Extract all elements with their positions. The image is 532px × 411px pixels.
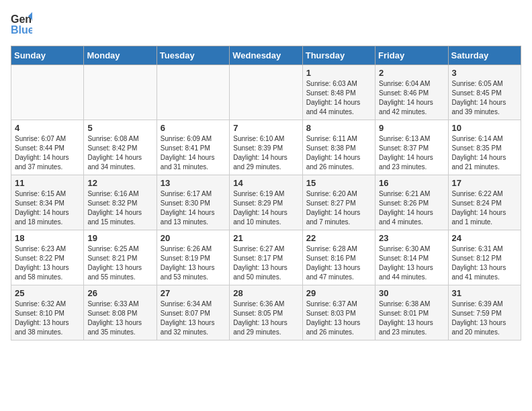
calendar-cell: 23Sunrise: 6:30 AM Sunset: 8:14 PM Dayli… — [375, 230, 448, 285]
day-header-thursday: Thursday — [302, 46, 375, 65]
day-info: Sunrise: 6:37 AM Sunset: 8:03 PM Dayligh… — [306, 300, 371, 337]
calendar-cell: 1Sunrise: 6:03 AM Sunset: 8:48 PM Daylig… — [302, 65, 375, 120]
day-info: Sunrise: 6:16 AM Sunset: 8:32 PM Dayligh… — [87, 189, 152, 227]
calendar-cell: 20Sunrise: 6:26 AM Sunset: 8:19 PM Dayli… — [157, 230, 229, 285]
day-number: 27 — [161, 288, 226, 298]
day-number: 21 — [233, 233, 298, 243]
day-number: 2 — [379, 68, 444, 78]
calendar-cell: 3Sunrise: 6:05 AM Sunset: 8:45 PM Daylig… — [448, 65, 521, 120]
calendar-cell — [84, 65, 157, 120]
day-number: 8 — [306, 123, 371, 133]
day-number: 16 — [379, 178, 444, 188]
day-info: Sunrise: 6:36 AM Sunset: 8:05 PM Dayligh… — [233, 300, 298, 337]
day-info: Sunrise: 6:11 AM Sunset: 8:38 PM Dayligh… — [306, 134, 371, 172]
calendar-cell: 30Sunrise: 6:38 AM Sunset: 8:01 PM Dayli… — [375, 285, 448, 340]
day-number: 12 — [87, 178, 152, 188]
day-info: Sunrise: 6:09 AM Sunset: 8:41 PM Dayligh… — [161, 134, 226, 172]
calendar-week-5: 25Sunrise: 6:32 AM Sunset: 8:10 PM Dayli… — [11, 285, 521, 340]
day-info: Sunrise: 6:04 AM Sunset: 8:46 PM Dayligh… — [379, 79, 444, 117]
calendar-cell: 12Sunrise: 6:16 AM Sunset: 8:32 PM Dayli… — [84, 175, 157, 230]
day-number: 1 — [306, 68, 371, 78]
day-number: 19 — [87, 233, 152, 243]
day-info: Sunrise: 6:05 AM Sunset: 8:45 PM Dayligh… — [452, 79, 517, 117]
day-number: 31 — [452, 288, 517, 298]
header: General Blue — [11, 11, 521, 40]
day-header-wednesday: Wednesday — [230, 46, 302, 65]
day-number: 7 — [233, 123, 298, 133]
calendar-cell: 29Sunrise: 6:37 AM Sunset: 8:03 PM Dayli… — [302, 285, 375, 340]
day-number: 9 — [379, 123, 444, 133]
day-info: Sunrise: 6:15 AM Sunset: 8:34 PM Dayligh… — [15, 189, 80, 227]
calendar-cell: 21Sunrise: 6:27 AM Sunset: 8:17 PM Dayli… — [230, 230, 302, 285]
day-number: 10 — [452, 123, 517, 133]
day-number: 15 — [306, 178, 371, 188]
day-info: Sunrise: 6:32 AM Sunset: 8:10 PM Dayligh… — [15, 300, 80, 337]
day-header-monday: Monday — [84, 46, 157, 65]
calendar-cell: 26Sunrise: 6:33 AM Sunset: 8:08 PM Dayli… — [84, 285, 157, 340]
calendar-cell: 24Sunrise: 6:31 AM Sunset: 8:12 PM Dayli… — [448, 230, 521, 285]
calendar-cell: 25Sunrise: 6:32 AM Sunset: 8:10 PM Dayli… — [11, 285, 84, 340]
day-info: Sunrise: 6:21 AM Sunset: 8:26 PM Dayligh… — [379, 189, 444, 227]
svg-text:Blue: Blue — [11, 24, 32, 36]
calendar-cell: 27Sunrise: 6:34 AM Sunset: 8:07 PM Dayli… — [157, 285, 229, 340]
day-header-sunday: Sunday — [11, 46, 84, 65]
day-header-tuesday: Tuesday — [157, 46, 229, 65]
logo: General Blue — [11, 11, 32, 40]
calendar-cell: 28Sunrise: 6:36 AM Sunset: 8:05 PM Dayli… — [230, 285, 302, 340]
day-info: Sunrise: 6:13 AM Sunset: 8:37 PM Dayligh… — [379, 134, 444, 172]
day-number: 14 — [233, 178, 298, 188]
day-info: Sunrise: 6:07 AM Sunset: 8:44 PM Dayligh… — [15, 134, 80, 172]
day-number: 6 — [161, 123, 226, 133]
calendar-cell: 7Sunrise: 6:10 AM Sunset: 8:39 PM Daylig… — [230, 120, 302, 175]
calendar-cell: 22Sunrise: 6:28 AM Sunset: 8:16 PM Dayli… — [302, 230, 375, 285]
calendar: SundayMondayTuesdayWednesdayThursdayFrid… — [11, 46, 521, 340]
day-info: Sunrise: 6:23 AM Sunset: 8:22 PM Dayligh… — [15, 244, 80, 282]
day-number: 18 — [15, 233, 80, 243]
calendar-cell: 17Sunrise: 6:22 AM Sunset: 8:24 PM Dayli… — [448, 175, 521, 230]
day-info: Sunrise: 6:34 AM Sunset: 8:07 PM Dayligh… — [161, 300, 226, 337]
calendar-week-3: 11Sunrise: 6:15 AM Sunset: 8:34 PM Dayli… — [11, 175, 521, 230]
calendar-week-1: 1Sunrise: 6:03 AM Sunset: 8:48 PM Daylig… — [11, 65, 521, 120]
day-number: 22 — [306, 233, 371, 243]
calendar-cell: 11Sunrise: 6:15 AM Sunset: 8:34 PM Dayli… — [11, 175, 84, 230]
calendar-cell: 31Sunrise: 6:39 AM Sunset: 7:59 PM Dayli… — [448, 285, 521, 340]
day-number: 13 — [161, 178, 226, 188]
calendar-cell: 14Sunrise: 6:19 AM Sunset: 8:29 PM Dayli… — [230, 175, 302, 230]
calendar-cell: 6Sunrise: 6:09 AM Sunset: 8:41 PM Daylig… — [157, 120, 229, 175]
calendar-cell: 4Sunrise: 6:07 AM Sunset: 8:44 PM Daylig… — [11, 120, 84, 175]
day-info: Sunrise: 6:03 AM Sunset: 8:48 PM Dayligh… — [306, 79, 371, 117]
calendar-week-4: 18Sunrise: 6:23 AM Sunset: 8:22 PM Dayli… — [11, 230, 521, 285]
day-number: 4 — [15, 123, 80, 133]
calendar-cell: 13Sunrise: 6:17 AM Sunset: 8:30 PM Dayli… — [157, 175, 229, 230]
calendar-cell: 9Sunrise: 6:13 AM Sunset: 8:37 PM Daylig… — [375, 120, 448, 175]
calendar-cell: 5Sunrise: 6:08 AM Sunset: 8:42 PM Daylig… — [84, 120, 157, 175]
day-number: 25 — [15, 288, 80, 298]
day-number: 26 — [87, 288, 152, 298]
calendar-cell: 10Sunrise: 6:14 AM Sunset: 8:35 PM Dayli… — [448, 120, 521, 175]
day-number: 23 — [379, 233, 444, 243]
calendar-cell — [157, 65, 229, 120]
calendar-cell: 18Sunrise: 6:23 AM Sunset: 8:22 PM Dayli… — [11, 230, 84, 285]
day-info: Sunrise: 6:31 AM Sunset: 8:12 PM Dayligh… — [452, 244, 517, 282]
day-number: 20 — [161, 233, 226, 243]
calendar-cell — [230, 65, 302, 120]
day-info: Sunrise: 6:22 AM Sunset: 8:24 PM Dayligh… — [452, 189, 517, 227]
svg-text:General: General — [11, 13, 32, 25]
calendar-week-2: 4Sunrise: 6:07 AM Sunset: 8:44 PM Daylig… — [11, 120, 521, 175]
day-number: 28 — [233, 288, 298, 298]
day-info: Sunrise: 6:10 AM Sunset: 8:39 PM Dayligh… — [233, 134, 298, 172]
day-info: Sunrise: 6:38 AM Sunset: 8:01 PM Dayligh… — [379, 300, 444, 337]
day-info: Sunrise: 6:20 AM Sunset: 8:27 PM Dayligh… — [306, 189, 371, 227]
calendar-cell: 19Sunrise: 6:25 AM Sunset: 8:21 PM Dayli… — [84, 230, 157, 285]
logo-icon: General Blue — [11, 11, 32, 40]
day-info: Sunrise: 6:33 AM Sunset: 8:08 PM Dayligh… — [87, 300, 152, 337]
day-number: 11 — [15, 178, 80, 188]
day-info: Sunrise: 6:14 AM Sunset: 8:35 PM Dayligh… — [452, 134, 517, 172]
calendar-cell: 15Sunrise: 6:20 AM Sunset: 8:27 PM Dayli… — [302, 175, 375, 230]
calendar-header-row: SundayMondayTuesdayWednesdayThursdayFrid… — [11, 46, 521, 65]
day-info: Sunrise: 6:19 AM Sunset: 8:29 PM Dayligh… — [233, 189, 298, 227]
day-info: Sunrise: 6:17 AM Sunset: 8:30 PM Dayligh… — [161, 189, 226, 227]
day-number: 30 — [379, 288, 444, 298]
day-info: Sunrise: 6:25 AM Sunset: 8:21 PM Dayligh… — [87, 244, 152, 282]
day-number: 24 — [452, 233, 517, 243]
